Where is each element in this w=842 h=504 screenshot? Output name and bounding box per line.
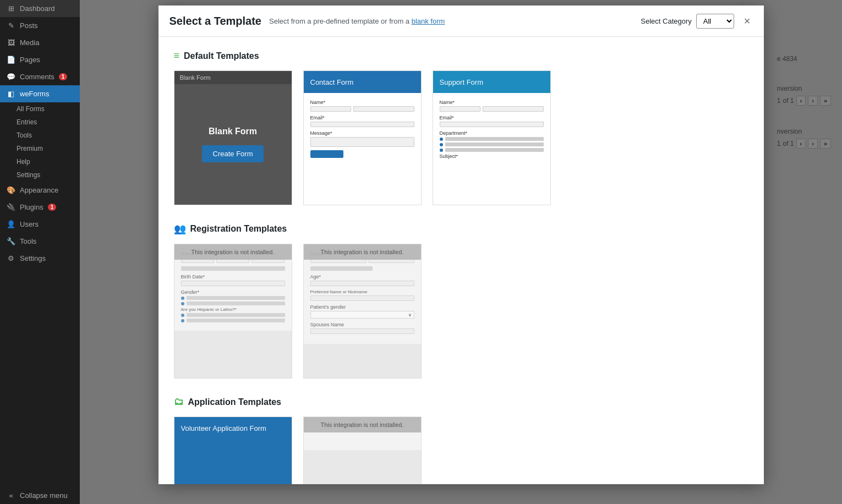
reg2-gender-label: Patient's gender <box>310 304 414 310</box>
sidebar-sub-premium[interactable]: Premium <box>0 142 80 155</box>
volunteer-form-card[interactable]: Volunteer Application Form <box>174 417 292 484</box>
default-section-icon: ≡ <box>174 50 180 62</box>
support-dept-line2 <box>445 143 544 146</box>
contact-name-first <box>310 106 351 112</box>
contact-name-last <box>353 106 414 112</box>
comments-icon: 💬 <box>7 73 15 81</box>
reg2-preferred-input <box>310 295 414 301</box>
registration-card-2[interactable]: This integration is not installed. Name*… <box>303 244 422 379</box>
reg1-hispanic-line2 <box>187 319 285 322</box>
blank-form-header: Blank Form <box>174 71 292 84</box>
modal-title: Select a Template <box>170 15 261 28</box>
registration-section-title: 👥 Registration Templates <box>174 223 748 235</box>
support-form-header: Support Form <box>433 71 550 93</box>
reg2-spouses-label: Spouses Name <box>310 322 414 327</box>
dot-icon <box>181 297 184 300</box>
sidebar-item-dashboard[interactable]: ⊞ Dashboard <box>0 0 80 17</box>
registration-templates-section: 👥 Registration Templates This integratio… <box>174 223 748 379</box>
sidebar-item-weforms[interactable]: ◧ weForms <box>0 85 80 102</box>
pages-icon: 📄 <box>7 56 15 64</box>
application-section-icon: 🗂 <box>174 396 184 408</box>
blank-form-card[interactable]: Blank Form Blank Form Create Form <box>174 70 292 205</box>
modal-close-button[interactable]: × <box>742 13 753 29</box>
contact-name-label: Name* <box>310 100 414 105</box>
volunteer-form-header: Volunteer Application Form <box>174 417 292 439</box>
blank-form-body: Blank Form Create Form <box>202 84 264 205</box>
registration-card-1[interactable]: This integration is not installed. Name*… <box>174 244 292 379</box>
support-name-row <box>440 106 544 112</box>
support-form-card[interactable]: Support Form Name* Email* Department* <box>433 70 551 205</box>
sidebar-item-posts[interactable]: ✎ Posts <box>0 17 80 34</box>
contact-message-label: Message* <box>310 130 414 136</box>
sidebar-item-settings[interactable]: ⚙ Settings <box>0 250 80 267</box>
select-template-modal: Select a Template Select from a pre-defi… <box>158 6 764 484</box>
integration-overlay-3: This integration is not installed. <box>304 417 421 432</box>
modal-header: Select a Template Select from a pre-defi… <box>158 6 764 37</box>
reg1-hispanic-opt2 <box>181 319 285 322</box>
sidebar-sub-help[interactable]: Help <box>0 155 80 168</box>
contact-name-row <box>310 106 414 112</box>
reg1-gender-opt2 <box>181 302 285 305</box>
reg1-gender-opt1 <box>181 296 285 300</box>
category-select[interactable]: All <box>696 14 734 29</box>
select-chevron-icon: ∨ <box>408 313 412 317</box>
sidebar-item-comments[interactable]: 💬 Comments 1 <box>0 68 80 85</box>
default-section-title: ≡ Default Templates <box>174 50 748 62</box>
category-selector: Select Category All <box>641 14 734 29</box>
sidebar-item-media[interactable]: 🖼 Media <box>0 34 80 51</box>
plugins-icon: 🔌 <box>7 203 15 211</box>
reg1-birth-label: Birth Date* <box>181 274 285 280</box>
dot-icon <box>181 302 184 305</box>
support-dept-label: Department* <box>440 130 544 136</box>
users-icon: 👤 <box>7 220 15 228</box>
sidebar-item-pages[interactable]: 📄 Pages <box>0 51 80 68</box>
sidebar-item-plugins[interactable]: 🔌 Plugins 1 <box>0 199 80 216</box>
reg1-hispanic-label: Are you Hispanic or Latino?* <box>181 307 285 312</box>
sidebar-sub-all-forms[interactable]: All Forms <box>0 102 80 116</box>
registration-section-icon: 👥 <box>174 223 186 235</box>
modal-body[interactable]: ≡ Default Templates Blank Form Blank For… <box>158 37 764 484</box>
contact-email-input <box>310 122 414 127</box>
support-name-last <box>483 106 544 112</box>
sidebar-sub-entries[interactable]: Entries <box>0 116 80 129</box>
sidebar: ⊞ Dashboard ✎ Posts 🖼 Media 📄 Pages 💬 Co… <box>0 0 80 504</box>
integration-overlay-2: This integration is not installed. <box>304 244 421 260</box>
support-form-preview: Name* Email* Department* <box>433 93 550 167</box>
contact-form-card[interactable]: Contact Form Name* Email* Message* <box>303 70 422 205</box>
sidebar-item-collapse[interactable]: « Collapse menu <box>0 487 80 504</box>
sidebar-sub-settings[interactable]: Settings <box>0 168 80 182</box>
appearance-icon: 🎨 <box>7 186 15 194</box>
dot-icon <box>440 149 443 152</box>
support-dept-opt2 <box>440 143 544 146</box>
support-name-first <box>440 106 480 112</box>
contact-submit-btn <box>310 150 343 158</box>
support-dept-opt3 <box>440 148 544 152</box>
support-email-input <box>440 122 544 127</box>
reg2-name-line <box>310 266 373 271</box>
contact-form-preview: Name* Email* Message* <box>304 93 421 165</box>
application-templates-section: 🗂 Application Templates Volunteer Applic… <box>174 396 748 484</box>
contact-form-header: Contact Form <box>304 71 421 93</box>
reg1-hispanic-line1 <box>187 313 285 317</box>
dashboard-icon: ⊞ <box>7 4 15 13</box>
support-dept-opt1 <box>440 137 544 141</box>
registration-template-grid: This integration is not installed. Name*… <box>174 244 748 379</box>
modal-overlay: Select a Template Select from a pre-defi… <box>80 0 842 504</box>
blank-form-link[interactable]: blank form <box>412 17 445 25</box>
weforms-icon: ◧ <box>7 90 15 98</box>
media-icon: 🖼 <box>7 39 15 47</box>
support-dept-line1 <box>445 137 544 141</box>
sidebar-item-users[interactable]: 👤 Users <box>0 216 80 233</box>
support-subject-label: Subject* <box>440 154 544 159</box>
sidebar-sub-tools[interactable]: Tools <box>0 129 80 142</box>
main-content: e 4834 nversion 1of 1 ‹ › » nversion 1of… <box>80 0 842 504</box>
settings-icon: ⚙ <box>7 254 15 262</box>
application-card-2[interactable]: This integration is not installed. <box>303 417 422 484</box>
create-form-button[interactable]: Create Form <box>202 145 264 162</box>
sidebar-item-appearance[interactable]: 🎨 Appearance <box>0 182 80 199</box>
collapse-icon: « <box>7 491 15 500</box>
sidebar-item-tools[interactable]: 🔧 Tools <box>0 233 80 250</box>
application-template-grid: Volunteer Application Form This integrat… <box>174 417 748 484</box>
reg2-preferred-label: Preferred Name or Nickname <box>310 289 414 294</box>
dot-icon <box>181 319 184 322</box>
